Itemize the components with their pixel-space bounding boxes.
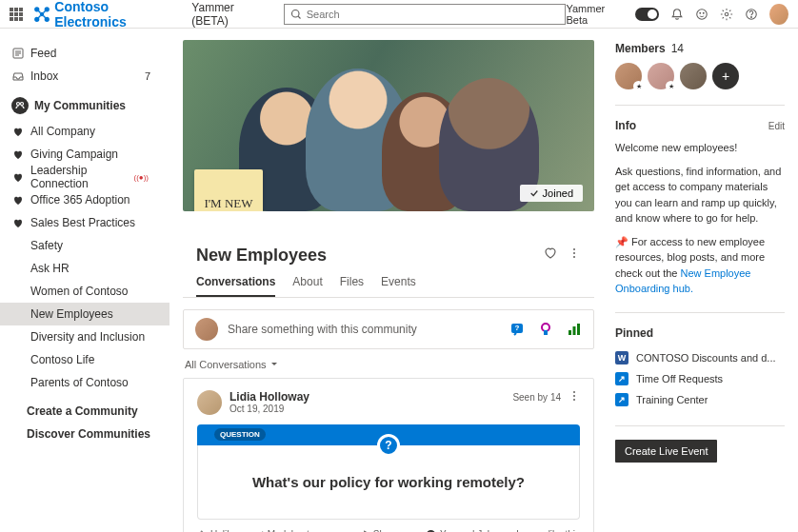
sidebar-section-communities[interactable]: My Communities bbox=[0, 88, 170, 120]
composer-avatar bbox=[195, 318, 218, 341]
svg-point-4 bbox=[46, 17, 50, 21]
blank-icon bbox=[11, 330, 25, 344]
pinned-label: CONTOSO Discounts and d... bbox=[636, 352, 776, 364]
pinned-item[interactable]: ↗Time Off Requests bbox=[615, 368, 785, 389]
svg-point-12 bbox=[700, 12, 701, 13]
post-date: Oct 19, 2019 bbox=[229, 404, 309, 414]
composer[interactable]: Share something with this community ? bbox=[183, 309, 594, 349]
member-avatar[interactable]: ★ bbox=[648, 63, 674, 89]
sidebar-item[interactable]: Giving Campaign bbox=[0, 143, 170, 166]
sidebar-item-label: All Company bbox=[30, 125, 95, 138]
svg-rect-29 bbox=[544, 330, 548, 335]
svg-point-13 bbox=[703, 12, 704, 13]
feedback-icon[interactable] bbox=[695, 8, 708, 21]
search-box[interactable] bbox=[284, 4, 567, 25]
svg-point-14 bbox=[725, 12, 728, 16]
user-avatar[interactable] bbox=[769, 4, 788, 25]
post-author-avatar[interactable] bbox=[197, 390, 222, 415]
sidebar-item[interactable]: Diversity and Inclusion bbox=[0, 325, 170, 348]
sidebar: Feed Inbox 7 My Communities All CompanyG… bbox=[0, 29, 170, 532]
svg-line-8 bbox=[44, 15, 46, 17]
praise-icon[interactable] bbox=[538, 322, 553, 337]
sidebar-item[interactable]: New Employees bbox=[0, 303, 170, 325]
app-label: Yammer (BETA) bbox=[191, 1, 269, 28]
inbox-icon bbox=[11, 69, 25, 83]
settings-icon[interactable] bbox=[720, 8, 733, 21]
svg-point-22 bbox=[21, 103, 24, 106]
favorite-icon[interactable] bbox=[543, 246, 558, 264]
conversation-filter[interactable]: All Conversations bbox=[185, 359, 594, 370]
sidebar-item[interactable]: Women of Contoso bbox=[0, 280, 170, 303]
heart-icon bbox=[11, 216, 25, 229]
sidebar-item[interactable]: Sales Best Practices bbox=[0, 211, 170, 234]
pinned-label: Training Center bbox=[636, 394, 708, 405]
member-avatar[interactable]: ★ bbox=[615, 63, 642, 89]
tab[interactable]: Events bbox=[381, 275, 416, 297]
pinned-label: Time Off Requests bbox=[636, 373, 723, 384]
community-title: New Employees bbox=[196, 246, 327, 266]
word-file-icon: W bbox=[615, 351, 628, 365]
more-icon[interactable] bbox=[568, 246, 581, 263]
sidebar-item[interactable]: Safety bbox=[0, 234, 170, 257]
svg-point-2 bbox=[46, 7, 50, 10]
brand-name[interactable]: Contoso Electronics bbox=[54, 0, 178, 30]
admin-badge-icon: ★ bbox=[633, 81, 644, 91]
svg-text:?: ? bbox=[515, 324, 520, 332]
pinned-item[interactable]: ↗Training Center bbox=[615, 389, 785, 410]
brand-logo-icon bbox=[33, 6, 50, 23]
sidebar-create-community[interactable]: Create a Community bbox=[0, 400, 170, 423]
sidebar-item[interactable]: Leadership Connection((●)) bbox=[0, 166, 170, 188]
blank-icon bbox=[11, 285, 25, 298]
svg-point-1 bbox=[35, 7, 39, 10]
heart-icon bbox=[11, 125, 25, 138]
pinned-label: Pinned bbox=[615, 326, 653, 340]
tab[interactable]: Files bbox=[340, 275, 364, 297]
sidebar-item[interactable]: Contoso Life bbox=[0, 348, 170, 371]
beta-toggle[interactable] bbox=[635, 8, 659, 21]
admin-badge-icon: ★ bbox=[666, 81, 676, 91]
link-icon: ↗ bbox=[615, 393, 628, 406]
right-rail: Members 14 ★ ★ + Info Edit Welcome new e… bbox=[608, 29, 798, 532]
sidebar-item[interactable]: Office 365 Adoption bbox=[0, 188, 170, 211]
tab[interactable]: About bbox=[292, 275, 322, 297]
edit-info-button[interactable]: Edit bbox=[768, 121, 785, 131]
sidebar-feed[interactable]: Feed bbox=[0, 42, 170, 65]
help-icon[interactable] bbox=[745, 8, 758, 21]
pinned-item[interactable]: WCONTOSO Discounts and d... bbox=[615, 347, 785, 368]
question-body[interactable]: ? What's our policy for working remotely… bbox=[197, 445, 580, 520]
sidebar-discover-communities[interactable]: Discover Communities bbox=[0, 423, 170, 445]
joined-button[interactable]: Joined bbox=[520, 185, 583, 202]
tab[interactable]: Conversations bbox=[196, 275, 275, 297]
sidebar-item-label: Create a Community bbox=[27, 404, 138, 418]
sidebar-item[interactable]: Parents of Contoso bbox=[0, 371, 170, 394]
info-resources: 📌For access to new employee resources, b… bbox=[615, 234, 785, 297]
inbox-count: 7 bbox=[145, 70, 150, 82]
question-tag: QUESTION bbox=[214, 428, 266, 441]
svg-point-16 bbox=[751, 16, 752, 17]
add-member-button[interactable]: + bbox=[712, 63, 739, 89]
chevron-down-icon bbox=[270, 361, 278, 368]
sidebar-item[interactable]: All Company bbox=[0, 120, 170, 143]
member-avatar[interactable] bbox=[680, 63, 707, 89]
discussion-icon[interactable]: ? bbox=[509, 322, 525, 337]
poll-icon[interactable] bbox=[567, 322, 582, 337]
svg-point-23 bbox=[573, 248, 575, 250]
sidebar-item-label: Women of Contoso bbox=[30, 285, 129, 298]
sidebar-item-label: New Employees bbox=[30, 307, 113, 321]
sidebar-inbox[interactable]: Inbox 7 bbox=[0, 65, 170, 88]
sidebar-item-label: Sales Best Practices bbox=[30, 216, 135, 229]
members-label: Members bbox=[615, 42, 666, 55]
post-author-name[interactable]: Lidia Holloway bbox=[229, 390, 309, 404]
search-input[interactable] bbox=[307, 9, 560, 20]
svg-point-33 bbox=[573, 391, 575, 393]
post-more-icon[interactable] bbox=[569, 390, 580, 404]
members-count: 14 bbox=[671, 42, 684, 55]
info-description: Ask questions, find information, and get… bbox=[615, 164, 785, 227]
beta-label: Yammer Beta bbox=[566, 3, 623, 26]
notifications-icon[interactable] bbox=[670, 8, 684, 21]
sidebar-item[interactable]: Ask HR bbox=[0, 257, 170, 280]
app-launcher-icon[interactable] bbox=[10, 7, 24, 22]
heart-icon bbox=[11, 193, 25, 207]
create-live-event-button[interactable]: Create Live Event bbox=[615, 440, 717, 463]
info-label: Info bbox=[615, 119, 636, 132]
